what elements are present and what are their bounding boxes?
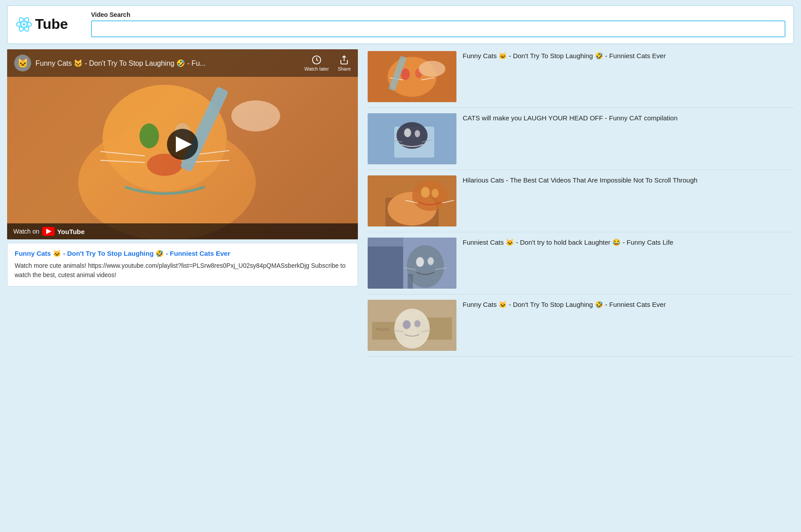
related-thumb-1 <box>368 51 456 102</box>
related-info-5: Funny Cats 🐱 - Don't Try To Stop Laughin… <box>463 300 794 309</box>
related-title-5: Funny Cats 🐱 - Don't Try To Stop Laughin… <box>463 300 794 309</box>
video-top-bar: 🐱 Funny Cats 🐱 - Don't Try To Stop Laugh… <box>7 49 358 77</box>
watch-later-label: Watch later <box>304 66 329 71</box>
video-player[interactable]: 🐱 Funny Cats 🐱 - Don't Try To Stop Laugh… <box>7 49 358 239</box>
related-info-1: Funny Cats 🐱 - Don't Try To Stop Laughin… <box>463 51 794 60</box>
svg-point-56 <box>414 320 420 327</box>
svg-point-44 <box>416 257 424 267</box>
related-video-2[interactable]: CATS will make you LAUGH YOUR HEAD OFF -… <box>368 108 794 170</box>
video-avatar: 🐱 <box>14 55 31 71</box>
logo-text: Tube <box>35 16 68 32</box>
watch-on-text: Watch on <box>13 228 40 235</box>
related-video-1[interactable]: Funny Cats 🐱 - Don't Try To Stop Laughin… <box>368 49 794 108</box>
svg-point-55 <box>403 320 411 329</box>
youtube-text: YouTube <box>57 228 85 235</box>
main-content: 🐱 Funny Cats 🐱 - Don't Try To Stop Laugh… <box>0 49 801 357</box>
youtube-icon <box>42 227 55 236</box>
related-info-2: CATS will make you LAUGH YOUR HEAD OFF -… <box>463 113 794 123</box>
svg-rect-48 <box>408 274 413 289</box>
related-thumb-5: TRADE HERO <box>368 300 456 351</box>
youtube-logo: Watch on YouTube <box>13 227 85 236</box>
related-title-1: Funny Cats 🐱 - Don't Try To Stop Laughin… <box>463 51 794 60</box>
related-info-4: Funniest Cats 🐱 - Don't try to hold back… <box>463 238 794 247</box>
svg-point-54 <box>394 309 430 349</box>
search-label: Video Search <box>91 11 785 18</box>
related-video-5[interactable]: TRADE HERO Funny Cats 🐱 - Don't Try To S… <box>368 294 794 357</box>
video-bottom-bar: Watch on YouTube <box>7 223 358 239</box>
svg-point-7 <box>139 123 159 148</box>
related-thumb-4 <box>368 238 456 289</box>
svg-point-37 <box>432 189 439 198</box>
video-title: Funny Cats 🐱 - Don't Try To Stop Laughin… <box>36 59 300 67</box>
related-title-2: CATS will make you LAUGH YOUR HEAD OFF -… <box>463 113 794 123</box>
svg-point-15 <box>231 100 280 131</box>
related-info-3: Hilarious Cats - The Best Cat Videos Tha… <box>463 175 794 185</box>
related-thumb-3 <box>368 175 456 226</box>
svg-point-28 <box>404 128 411 137</box>
svg-point-29 <box>415 130 420 137</box>
share-label: Share <box>338 66 351 71</box>
svg-point-24 <box>419 61 445 77</box>
svg-rect-41 <box>368 246 403 289</box>
header: Tube Video Search <box>7 5 794 44</box>
search-input[interactable] <box>91 20 785 37</box>
svg-point-45 <box>428 257 434 265</box>
share-button[interactable]: Share <box>338 55 351 71</box>
left-panel: 🐱 Funny Cats 🐱 - Don't Try To Stop Laugh… <box>7 49 358 357</box>
search-area: Video Search <box>91 11 785 37</box>
play-button[interactable] <box>167 129 198 160</box>
video-description-title[interactable]: Funny Cats 🐱 - Don't Try To Stop Laughin… <box>15 250 350 258</box>
related-video-3[interactable]: Hilarious Cats - The Best Cat Videos Tha… <box>368 170 794 232</box>
related-thumb-2 <box>368 113 456 164</box>
description-box: Funny Cats 🐱 - Don't Try To Stop Laughin… <box>7 243 358 286</box>
video-actions: Watch later Share <box>304 55 351 71</box>
video-description-text: Watch more cute animals! https://www.you… <box>15 261 350 280</box>
watch-later-button[interactable]: Watch later <box>304 55 329 71</box>
svg-point-35 <box>412 180 448 211</box>
right-panel: Funny Cats 🐱 - Don't Try To Stop Laughin… <box>358 49 794 357</box>
svg-point-36 <box>421 187 430 198</box>
svg-point-3 <box>23 23 25 26</box>
related-title-4: Funniest Cats 🐱 - Don't try to hold back… <box>463 238 794 247</box>
svg-text:TRADE: TRADE <box>376 327 389 332</box>
desc-title-text: Funny Cats 🐱 - Don't Try To Stop Laughin… <box>15 250 230 257</box>
logo-area: Tube <box>16 16 78 33</box>
related-title-3: Hilarious Cats - The Best Cat Videos Tha… <box>463 175 794 185</box>
related-video-4[interactable]: Funniest Cats 🐱 - Don't try to hold back… <box>368 232 794 294</box>
share-icon <box>339 55 349 65</box>
clock-icon <box>312 55 321 65</box>
react-logo-icon <box>16 16 32 33</box>
